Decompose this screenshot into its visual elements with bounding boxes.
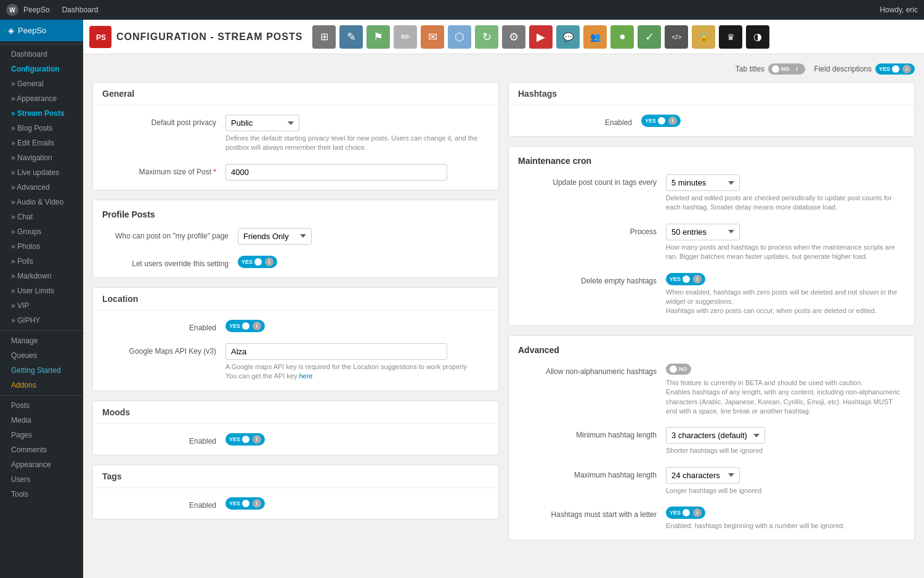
- sidebar-sub-vip[interactable]: » VIP: [0, 298, 83, 313]
- svg-text:PS: PS: [96, 33, 106, 42]
- field-desc-toggle[interactable]: YES i: [875, 63, 915, 75]
- general-section: General Default post privacy Public Frie…: [92, 82, 499, 190]
- process-label: Process: [518, 224, 666, 236]
- sidebar-sub-chat[interactable]: » Chat: [0, 210, 83, 224]
- sidebar-sub-appearance[interactable]: » Appearance: [0, 91, 83, 106]
- hashtags-enabled-info[interactable]: i: [668, 116, 677, 125]
- sidebar-sub-stream-posts[interactable]: » Stream Posts: [0, 106, 83, 121]
- google-maps-key-input[interactable]: [225, 343, 447, 360]
- toolbar-btn-sitemap[interactable]: ⬡: [448, 25, 471, 49]
- allow-non-alphanumeric-desc: This feature is currently in BETA and sh…: [666, 378, 905, 417]
- hashtags-enabled-toggle[interactable]: YES i: [641, 115, 681, 127]
- toolbar-btn-edit[interactable]: ✎: [339, 25, 363, 49]
- sidebar-sub-blog-posts[interactable]: » Blog Posts: [0, 121, 83, 136]
- min-hashtag-length-select[interactable]: 1 character 2 characters 3 characters (d…: [666, 427, 765, 444]
- field-desc-toggle-group: Field descriptions YES i: [814, 63, 915, 75]
- toolbar-btn-flag[interactable]: ⚑: [367, 25, 390, 49]
- moods-enabled-info[interactable]: i: [253, 435, 261, 444]
- allow-non-alphanumeric-control: NO This feature is currently in BETA and…: [666, 364, 905, 417]
- google-maps-key-label: Google Maps API Key (v3): [102, 343, 225, 356]
- toolbar-btn-check[interactable]: ✓: [638, 25, 661, 49]
- admin-bar: W PeepSo Dashboard Howdy, eric: [0, 0, 924, 20]
- sidebar-posts[interactable]: Posts: [0, 398, 83, 413]
- sidebar-queues[interactable]: Queues: [0, 348, 83, 363]
- let-users-override-toggle[interactable]: YES i: [238, 256, 277, 268]
- sidebar-media[interactable]: Media: [0, 413, 83, 428]
- sidebar-comments[interactable]: Comments: [0, 442, 83, 457]
- here-link[interactable]: here: [299, 372, 312, 380]
- moods-enabled-toggle[interactable]: YES i: [225, 433, 265, 446]
- toolbar-btn-play[interactable]: ▶: [529, 25, 553, 49]
- toolbar-btn-pencil[interactable]: ✏: [394, 25, 417, 49]
- toolbar-btn-code[interactable]: </>: [665, 25, 688, 49]
- allow-non-alphanumeric-toggle[interactable]: NO: [666, 364, 691, 375]
- sidebar-sub-edit-emails[interactable]: » Edit Emails: [0, 136, 83, 150]
- let-users-override-info[interactable]: i: [265, 258, 274, 266]
- update-post-count-select[interactable]: 1 minute 5 minutes 10 minutes 30 minutes: [666, 174, 740, 191]
- sidebar-getting-started[interactable]: Getting Started: [0, 363, 83, 378]
- max-hashtag-length-label: Maximum hashtag length: [518, 467, 666, 479]
- sidebar-sub-photos[interactable]: » Photos: [0, 239, 83, 254]
- sidebar-sub-giphy[interactable]: » GIPHY: [0, 313, 83, 328]
- dashboard-link[interactable]: Dashboard: [62, 6, 99, 14]
- toolbar-btn-circle[interactable]: ●: [610, 25, 634, 49]
- max-post-size-input[interactable]: [225, 164, 447, 181]
- toolbar-btn-puzzle[interactable]: ⊞: [312, 25, 336, 49]
- sidebar-item-configuration[interactable]: Configuration: [0, 62, 83, 76]
- process-select[interactable]: 25 entries 50 entries 100 entries: [666, 224, 740, 240]
- tags-enabled-info[interactable]: i: [253, 499, 261, 508]
- hashtags-section-header: Hashtags: [509, 83, 914, 105]
- howdy-text: Howdy, eric: [880, 6, 918, 14]
- delete-empty-hashtags-info[interactable]: i: [693, 275, 702, 283]
- toggle-yes-label: YES: [645, 118, 656, 124]
- sidebar-item-peepso[interactable]: ◈ PeepSo: [0, 20, 83, 41]
- sidebar-tools[interactable]: Tools: [0, 487, 83, 502]
- toolbar-btn-crown[interactable]: ♛: [719, 25, 742, 49]
- tab-titles-toggle[interactable]: NO i: [768, 63, 805, 75]
- location-enabled-info[interactable]: i: [253, 322, 261, 330]
- toolbar-btn-mail[interactable]: ✉: [421, 25, 444, 49]
- sidebar-manage[interactable]: Manage: [0, 333, 83, 348]
- sidebar-pages[interactable]: Pages: [0, 428, 83, 442]
- location-section-header: Location: [93, 288, 498, 311]
- tab-titles-info[interactable]: i: [793, 65, 801, 73]
- hashtags-start-letter-info[interactable]: i: [693, 508, 702, 517]
- default-post-privacy-select[interactable]: Public Friends Only Private: [225, 115, 299, 131]
- sidebar-sub-polls[interactable]: » Polls: [0, 254, 83, 269]
- toggle-no-label: NO: [679, 366, 687, 372]
- toolbar-btn-comment[interactable]: 💬: [556, 25, 580, 49]
- toolbar-btn-contrast[interactable]: ◑: [746, 25, 769, 49]
- sidebar-sub-groups[interactable]: » Groups: [0, 224, 83, 239]
- field-desc-dot: [892, 65, 899, 73]
- field-desc-info[interactable]: i: [902, 65, 911, 73]
- toolbar-btn-refresh[interactable]: ↻: [475, 25, 498, 49]
- hashtags-start-letter-toggle[interactable]: YES i: [666, 507, 705, 519]
- who-can-post-select[interactable]: Everyone Friends Only Nobody: [238, 228, 312, 245]
- field-desc-label: Field descriptions: [814, 65, 872, 73]
- sidebar-sub-live-updates[interactable]: » Live updates: [0, 165, 83, 180]
- profile-posts-section: Profile Posts Who can post on "my profil…: [92, 200, 499, 278]
- tags-enabled-toggle[interactable]: YES i: [225, 497, 265, 510]
- toolbar-btn-cog[interactable]: ⚙: [502, 25, 525, 49]
- sidebar-item-dashboard[interactable]: Dashboard: [0, 47, 83, 62]
- sidebar-sub-navigation[interactable]: » Navigation: [0, 150, 83, 165]
- sidebar-sub-advanced[interactable]: » Advanced: [0, 180, 83, 195]
- sidebar-sub-general[interactable]: » General: [0, 76, 83, 91]
- sidebar-addons[interactable]: Addons: [0, 378, 83, 393]
- sidebar-sub-markdown[interactable]: » Markdown: [0, 269, 83, 283]
- field-let-users-override: Let users override this setting YES i: [102, 256, 489, 268]
- toolbar-btn-users[interactable]: 👥: [583, 25, 607, 49]
- sidebar-sub-audio-video[interactable]: » Audio & Video: [0, 195, 83, 210]
- toggle-yes-dot: [254, 258, 262, 266]
- sidebar-appearance[interactable]: Appearance: [0, 457, 83, 472]
- hashtags-enabled-control: YES i: [641, 115, 905, 127]
- location-enabled-toggle[interactable]: YES i: [225, 320, 265, 332]
- sidebar-users[interactable]: Users: [0, 472, 83, 487]
- delete-empty-hashtags-toggle[interactable]: YES i: [666, 273, 705, 285]
- sidebar-sub-user-limits[interactable]: » User Limits: [0, 283, 83, 298]
- toggle-yes-label: YES: [670, 276, 681, 282]
- max-hashtag-length-select[interactable]: 10 characters 16 characters 24 character…: [666, 467, 740, 484]
- toolbar-btn-lock[interactable]: 🔒: [692, 25, 715, 49]
- moods-section: Moods Enabled YES i: [92, 401, 499, 455]
- top-toggles: Tab titles NO i Field descriptions YES i: [92, 63, 915, 75]
